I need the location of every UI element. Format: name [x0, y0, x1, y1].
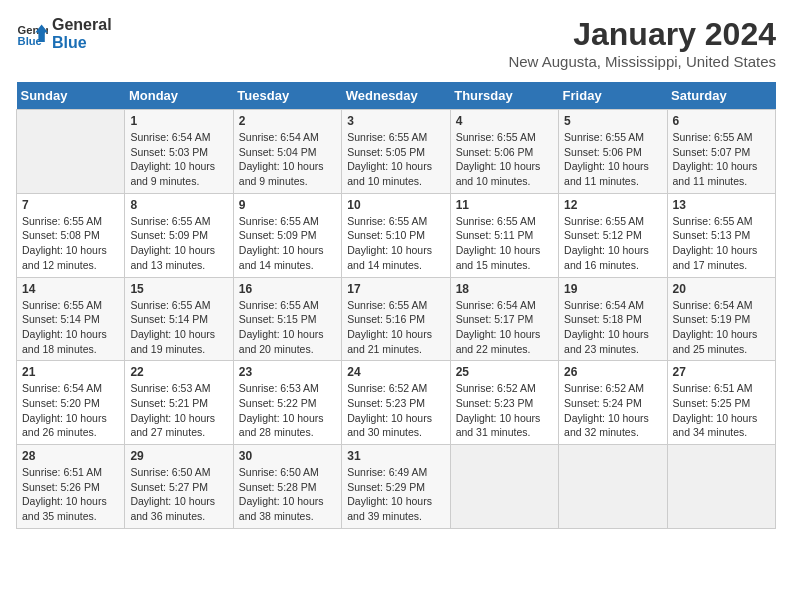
- day-number: 27: [673, 365, 770, 379]
- calendar-cell: 28Sunrise: 6:51 AM Sunset: 5:26 PM Dayli…: [17, 445, 125, 529]
- calendar-cell: [559, 445, 667, 529]
- day-number: 18: [456, 282, 553, 296]
- calendar-table: SundayMondayTuesdayWednesdayThursdayFrid…: [16, 82, 776, 529]
- day-header-wednesday: Wednesday: [342, 82, 450, 110]
- calendar-cell: 16Sunrise: 6:55 AM Sunset: 5:15 PM Dayli…: [233, 277, 341, 361]
- day-info: Sunrise: 6:50 AM Sunset: 5:27 PM Dayligh…: [130, 465, 227, 524]
- calendar-cell: 2Sunrise: 6:54 AM Sunset: 5:04 PM Daylig…: [233, 110, 341, 194]
- calendar-cell: 1Sunrise: 6:54 AM Sunset: 5:03 PM Daylig…: [125, 110, 233, 194]
- day-number: 26: [564, 365, 661, 379]
- logo: General Blue General Blue: [16, 16, 112, 51]
- calendar-week-1: 1Sunrise: 6:54 AM Sunset: 5:03 PM Daylig…: [17, 110, 776, 194]
- calendar-header-row: SundayMondayTuesdayWednesdayThursdayFrid…: [17, 82, 776, 110]
- day-number: 3: [347, 114, 444, 128]
- day-info: Sunrise: 6:53 AM Sunset: 5:22 PM Dayligh…: [239, 381, 336, 440]
- day-number: 11: [456, 198, 553, 212]
- svg-text:Blue: Blue: [18, 35, 42, 47]
- day-info: Sunrise: 6:55 AM Sunset: 5:08 PM Dayligh…: [22, 214, 119, 273]
- day-number: 28: [22, 449, 119, 463]
- calendar-cell: 29Sunrise: 6:50 AM Sunset: 5:27 PM Dayli…: [125, 445, 233, 529]
- day-number: 9: [239, 198, 336, 212]
- day-number: 12: [564, 198, 661, 212]
- day-number: 31: [347, 449, 444, 463]
- calendar-cell: 13Sunrise: 6:55 AM Sunset: 5:13 PM Dayli…: [667, 193, 775, 277]
- calendar-cell: 17Sunrise: 6:55 AM Sunset: 5:16 PM Dayli…: [342, 277, 450, 361]
- calendar-cell: 25Sunrise: 6:52 AM Sunset: 5:23 PM Dayli…: [450, 361, 558, 445]
- day-info: Sunrise: 6:54 AM Sunset: 5:20 PM Dayligh…: [22, 381, 119, 440]
- calendar-cell: 12Sunrise: 6:55 AM Sunset: 5:12 PM Dayli…: [559, 193, 667, 277]
- day-info: Sunrise: 6:54 AM Sunset: 5:18 PM Dayligh…: [564, 298, 661, 357]
- day-number: 30: [239, 449, 336, 463]
- day-info: Sunrise: 6:55 AM Sunset: 5:13 PM Dayligh…: [673, 214, 770, 273]
- calendar-cell: 9Sunrise: 6:55 AM Sunset: 5:09 PM Daylig…: [233, 193, 341, 277]
- logo-icon: General Blue: [16, 18, 48, 50]
- day-info: Sunrise: 6:49 AM Sunset: 5:29 PM Dayligh…: [347, 465, 444, 524]
- day-header-tuesday: Tuesday: [233, 82, 341, 110]
- day-info: Sunrise: 6:53 AM Sunset: 5:21 PM Dayligh…: [130, 381, 227, 440]
- calendar-cell: 5Sunrise: 6:55 AM Sunset: 5:06 PM Daylig…: [559, 110, 667, 194]
- day-header-sunday: Sunday: [17, 82, 125, 110]
- day-info: Sunrise: 6:55 AM Sunset: 5:06 PM Dayligh…: [564, 130, 661, 189]
- day-number: 20: [673, 282, 770, 296]
- day-number: 21: [22, 365, 119, 379]
- day-number: 10: [347, 198, 444, 212]
- logo-general: General: [52, 16, 112, 34]
- day-info: Sunrise: 6:52 AM Sunset: 5:23 PM Dayligh…: [456, 381, 553, 440]
- calendar-cell: 14Sunrise: 6:55 AM Sunset: 5:14 PM Dayli…: [17, 277, 125, 361]
- calendar-cell: 21Sunrise: 6:54 AM Sunset: 5:20 PM Dayli…: [17, 361, 125, 445]
- day-info: Sunrise: 6:55 AM Sunset: 5:09 PM Dayligh…: [239, 214, 336, 273]
- day-info: Sunrise: 6:54 AM Sunset: 5:19 PM Dayligh…: [673, 298, 770, 357]
- day-info: Sunrise: 6:55 AM Sunset: 5:14 PM Dayligh…: [130, 298, 227, 357]
- calendar-cell: 8Sunrise: 6:55 AM Sunset: 5:09 PM Daylig…: [125, 193, 233, 277]
- day-info: Sunrise: 6:52 AM Sunset: 5:24 PM Dayligh…: [564, 381, 661, 440]
- day-info: Sunrise: 6:55 AM Sunset: 5:07 PM Dayligh…: [673, 130, 770, 189]
- day-header-friday: Friday: [559, 82, 667, 110]
- day-info: Sunrise: 6:54 AM Sunset: 5:17 PM Dayligh…: [456, 298, 553, 357]
- calendar-cell: 20Sunrise: 6:54 AM Sunset: 5:19 PM Dayli…: [667, 277, 775, 361]
- calendar-cell: 23Sunrise: 6:53 AM Sunset: 5:22 PM Dayli…: [233, 361, 341, 445]
- calendar-cell: [17, 110, 125, 194]
- day-info: Sunrise: 6:55 AM Sunset: 5:09 PM Dayligh…: [130, 214, 227, 273]
- day-info: Sunrise: 6:55 AM Sunset: 5:06 PM Dayligh…: [456, 130, 553, 189]
- day-info: Sunrise: 6:55 AM Sunset: 5:12 PM Dayligh…: [564, 214, 661, 273]
- day-info: Sunrise: 6:51 AM Sunset: 5:26 PM Dayligh…: [22, 465, 119, 524]
- day-info: Sunrise: 6:50 AM Sunset: 5:28 PM Dayligh…: [239, 465, 336, 524]
- page-header: General Blue General Blue January 2024 N…: [16, 16, 776, 70]
- day-number: 5: [564, 114, 661, 128]
- logo-blue: Blue: [52, 34, 112, 52]
- calendar-subtitle: New Augusta, Mississippi, United States: [508, 53, 776, 70]
- calendar-cell: 15Sunrise: 6:55 AM Sunset: 5:14 PM Dayli…: [125, 277, 233, 361]
- calendar-cell: 22Sunrise: 6:53 AM Sunset: 5:21 PM Dayli…: [125, 361, 233, 445]
- day-header-monday: Monday: [125, 82, 233, 110]
- day-number: 6: [673, 114, 770, 128]
- day-number: 25: [456, 365, 553, 379]
- day-info: Sunrise: 6:55 AM Sunset: 5:14 PM Dayligh…: [22, 298, 119, 357]
- title-block: January 2024 New Augusta, Mississippi, U…: [508, 16, 776, 70]
- day-info: Sunrise: 6:54 AM Sunset: 5:03 PM Dayligh…: [130, 130, 227, 189]
- day-number: 23: [239, 365, 336, 379]
- day-info: Sunrise: 6:54 AM Sunset: 5:04 PM Dayligh…: [239, 130, 336, 189]
- calendar-cell: 27Sunrise: 6:51 AM Sunset: 5:25 PM Dayli…: [667, 361, 775, 445]
- calendar-cell: 26Sunrise: 6:52 AM Sunset: 5:24 PM Dayli…: [559, 361, 667, 445]
- calendar-week-4: 21Sunrise: 6:54 AM Sunset: 5:20 PM Dayli…: [17, 361, 776, 445]
- day-number: 29: [130, 449, 227, 463]
- day-number: 16: [239, 282, 336, 296]
- day-info: Sunrise: 6:51 AM Sunset: 5:25 PM Dayligh…: [673, 381, 770, 440]
- day-header-saturday: Saturday: [667, 82, 775, 110]
- day-info: Sunrise: 6:55 AM Sunset: 5:10 PM Dayligh…: [347, 214, 444, 273]
- day-number: 13: [673, 198, 770, 212]
- day-info: Sunrise: 6:55 AM Sunset: 5:11 PM Dayligh…: [456, 214, 553, 273]
- calendar-title: January 2024: [508, 16, 776, 53]
- calendar-cell: 24Sunrise: 6:52 AM Sunset: 5:23 PM Dayli…: [342, 361, 450, 445]
- day-number: 4: [456, 114, 553, 128]
- calendar-cell: 19Sunrise: 6:54 AM Sunset: 5:18 PM Dayli…: [559, 277, 667, 361]
- day-number: 19: [564, 282, 661, 296]
- calendar-cell: 30Sunrise: 6:50 AM Sunset: 5:28 PM Dayli…: [233, 445, 341, 529]
- day-number: 1: [130, 114, 227, 128]
- day-number: 14: [22, 282, 119, 296]
- calendar-cell: 18Sunrise: 6:54 AM Sunset: 5:17 PM Dayli…: [450, 277, 558, 361]
- day-number: 8: [130, 198, 227, 212]
- day-header-thursday: Thursday: [450, 82, 558, 110]
- day-number: 15: [130, 282, 227, 296]
- calendar-week-5: 28Sunrise: 6:51 AM Sunset: 5:26 PM Dayli…: [17, 445, 776, 529]
